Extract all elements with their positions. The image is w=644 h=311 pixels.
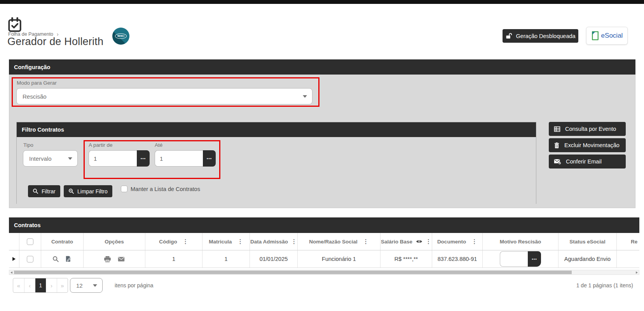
documento-cell: 837.623.880-91 <box>432 250 483 268</box>
tipo-select[interactable]: Intervalo <box>23 150 78 167</box>
scroll-left-arrow-icon[interactable] <box>10 271 12 274</box>
pager-page-1-button[interactable]: 1 <box>35 278 46 292</box>
view-contract-search-icon[interactable] <box>52 256 59 262</box>
chevron-down-icon <box>303 95 307 98</box>
column-header-opcoes: Opções <box>84 233 145 250</box>
filtrar-label: Filtrar <box>42 188 56 195</box>
column-header-contrato: Contrato <box>41 233 84 250</box>
status-esocial-value: Aguardando Envio <box>564 256 611 262</box>
excluir-movimentacao-button[interactable]: Excluir Movimentação <box>549 138 626 152</box>
page-size-value: 12 <box>76 282 83 289</box>
unlock-icon <box>505 33 512 39</box>
calendar-check-icon <box>8 17 22 33</box>
salario-value: R$ ****,** <box>394 256 418 262</box>
select-cell <box>19 250 41 268</box>
modo-para-gerar-select[interactable]: Rescisão <box>16 88 312 104</box>
column-menu-icon[interactable]: ⋮ <box>183 238 188 245</box>
a-partir-de-more-button[interactable]: ••• <box>137 150 150 167</box>
pager-last-button[interactable]: » <box>57 278 68 292</box>
print-icon[interactable] <box>104 256 111 262</box>
email-icon[interactable] <box>118 257 125 262</box>
limpar-filtro-button[interactable]: Limpar Filtro <box>64 185 112 197</box>
pager-next-button[interactable]: › <box>46 278 57 292</box>
modo-para-gerar-value: Rescisão <box>23 93 47 100</box>
salario-cell: R$ ****,** <box>380 250 432 268</box>
page-size-select[interactable]: 12 <box>70 278 103 293</box>
column-label: Motivo Rescisão <box>500 239 541 245</box>
esocial-button[interactable]: eSocial <box>586 27 628 45</box>
column-label: Salário Base <box>381 239 412 245</box>
re-cell-clipped <box>617 250 639 268</box>
consulta-por-evento-button[interactable]: Consulta por Evento <box>549 122 626 136</box>
search-icon <box>33 188 38 194</box>
ate-label: Até <box>155 142 162 148</box>
column-label: Data Admissão <box>250 239 288 245</box>
expand-column-header <box>9 233 19 250</box>
ate-more-button[interactable]: ••• <box>203 150 216 167</box>
pager-summary: 1 de 1 páginas (1 itens) <box>576 278 633 293</box>
items-per-page-label: itens por página <box>115 278 154 293</box>
column-label: Documento <box>437 239 466 245</box>
scroll-right-arrow-icon[interactable] <box>636 271 638 274</box>
horizontal-scrollbar <box>9 270 639 275</box>
wiki-badge-label: WIKI <box>115 33 127 39</box>
column-label: Opções <box>105 239 124 245</box>
column-menu-icon[interactable]: ⋮ <box>426 238 431 245</box>
conferir-email-button[interactable]: Conferir Email <box>549 155 626 169</box>
expand-cell <box>9 250 19 268</box>
table-row: 1 1 01/01/2025 Funcionário 1 R$ ****,** … <box>9 250 639 268</box>
configuracao-panel-title: Configuração <box>9 59 635 75</box>
a-partir-de-combo: ••• <box>89 150 150 167</box>
column-label: Contrato <box>51 239 73 245</box>
top-bar <box>0 0 644 4</box>
select-all-checkbox[interactable] <box>27 238 33 245</box>
column-header-nome: Nome/Razão Social ⋮ <box>298 233 380 250</box>
trash-icon <box>554 142 560 149</box>
table-header-row: Contrato Opções Código ⋮ Matricula ⋮ Dat… <box>9 233 639 250</box>
column-menu-icon[interactable]: ⋮ <box>471 238 477 245</box>
chevron-down-icon <box>93 284 97 287</box>
pager-prev-button[interactable]: ‹ <box>24 278 35 292</box>
expand-row-icon[interactable] <box>12 257 16 261</box>
column-label: Nome/Razão Social <box>309 239 358 245</box>
ate-input[interactable] <box>155 150 203 167</box>
column-header-re-clipped: Re <box>617 233 639 250</box>
manter-lista-checkbox[interactable] <box>121 186 127 192</box>
column-menu-icon[interactable]: ⋮ <box>237 238 243 245</box>
motivo-rescisao-input[interactable] <box>500 251 528 267</box>
contratos-grid: Contratos Contrato Opções Código ⋮ Ma <box>9 217 639 294</box>
matricula-value: 1 <box>224 256 227 262</box>
scrollbar-thumb[interactable] <box>14 271 572 274</box>
chevron-down-icon <box>68 157 72 160</box>
row-checkbox[interactable] <box>27 256 33 262</box>
column-header-status-esocial: Status eSocial <box>558 233 617 250</box>
nome-value: Funcionário 1 <box>322 256 356 262</box>
column-menu-icon[interactable]: ⋮ <box>363 238 369 245</box>
pager-first-button[interactable]: « <box>13 278 24 292</box>
column-header-data-admissao: Data Admissão ⋮ <box>250 233 298 250</box>
modo-para-gerar-label: Modo para Gerar <box>17 80 57 86</box>
eye-icon[interactable] <box>416 239 422 244</box>
column-header-codigo: Código ⋮ <box>145 233 202 250</box>
motivo-rescisao-more-button[interactable]: ••• <box>528 251 541 267</box>
geracao-desbloqueada-label: Geração Desbloqueada <box>516 33 575 39</box>
esocial-label: eSocial <box>601 32 623 40</box>
manter-lista-label: Manter a Lista de Contratos <box>131 186 200 192</box>
a-partir-de-input[interactable] <box>89 150 137 167</box>
column-label: Código <box>159 239 177 245</box>
select-all-column-header <box>19 233 41 250</box>
column-menu-icon[interactable]: ⋮ <box>291 238 297 245</box>
tipo-value: Intervalo <box>29 155 52 162</box>
excluir-movimentacao-label: Excluir Movimentação <box>564 142 620 148</box>
geracao-desbloqueada-button[interactable]: Geração Desbloqueada <box>503 29 578 43</box>
edit-contract-icon[interactable] <box>65 255 72 262</box>
status-esocial-cell: Aguardando Envio <box>558 250 617 268</box>
ate-combo: ••• <box>155 150 216 167</box>
column-label: Matricula <box>209 239 232 245</box>
wiki-badge[interactable]: WIKI <box>112 28 129 45</box>
column-header-motivo-rescisao: Motivo Rescisão <box>483 233 558 250</box>
filtrar-button[interactable]: Filtrar <box>28 185 60 197</box>
pager-buttons: « ‹ 1 › » <box>13 278 68 293</box>
ellipsis-icon: ••• <box>207 156 212 161</box>
column-label: Status eSocial <box>569 239 605 245</box>
